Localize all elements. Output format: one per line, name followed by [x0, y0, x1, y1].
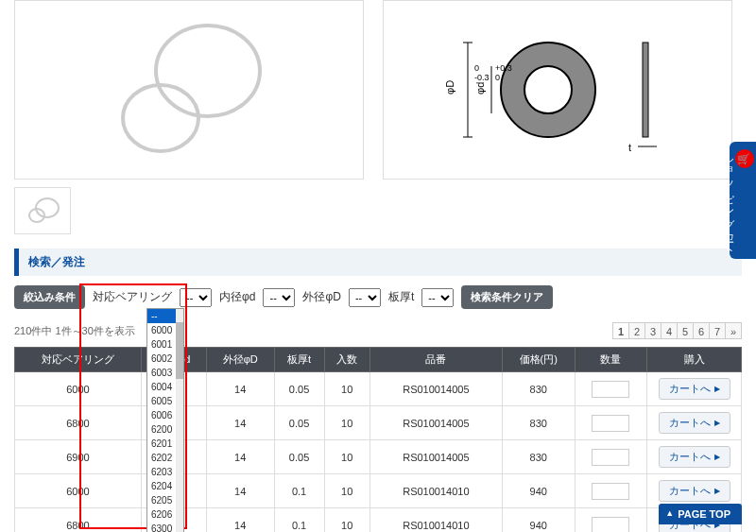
filter-label: 絞込み条件	[14, 285, 85, 309]
bearing-dropdown-open: --60006001600260036004600560066200620162…	[146, 308, 184, 532]
pager-link[interactable]: 4	[661, 322, 678, 339]
table-row: 600010140.110RS010014010940カートへ	[15, 474, 742, 508]
inner-filter-label: 内径φd	[219, 289, 255, 305]
product-thumbnail[interactable]	[14, 187, 71, 234]
svg-point-3	[524, 66, 572, 113]
bearing-select[interactable]: --	[180, 288, 212, 307]
th-buy: 購入	[647, 348, 742, 372]
svg-text:0: 0	[495, 73, 500, 82]
table-row: 690010140.0510RS010014005830カートへ	[15, 440, 742, 474]
qty-input[interactable]	[592, 517, 629, 533]
table-row: 680010140.110RS010014010940カートへ	[15, 508, 742, 533]
svg-text:φd: φd	[474, 82, 486, 94]
thick-filter-label: 板厚t	[388, 289, 414, 305]
pager-link[interactable]: 1	[612, 322, 629, 339]
svg-text:+0.3: +0.3	[495, 63, 512, 73]
pager-link[interactable]: »	[725, 322, 742, 339]
svg-text:φD: φD	[444, 80, 455, 94]
th-qty: 数量	[575, 348, 646, 372]
svg-rect-14	[643, 43, 648, 137]
svg-text:0: 0	[474, 63, 479, 73]
clear-filter-button[interactable]: 検索条件クリア	[461, 285, 553, 309]
svg-point-0	[156, 26, 260, 116]
pager-link[interactable]: 2	[628, 322, 645, 339]
bearing-filter-label: 対応ベアリング	[93, 289, 172, 305]
thick-select[interactable]: --	[421, 288, 454, 307]
th-outer: 外径φD	[206, 348, 274, 372]
th-thick: 板厚t	[274, 348, 324, 372]
qty-input[interactable]	[592, 483, 629, 500]
result-count: 210件中 1件～30件を表示	[14, 324, 135, 338]
filter-row: 絞込み条件 対応ベアリング -- 内径φd -- 外径φD -- 板厚t -- …	[0, 285, 756, 318]
dropdown-scrollbar[interactable]	[176, 309, 183, 532]
table-row: 600010140.0510RS010014005830カートへ	[15, 372, 742, 406]
add-to-cart-button[interactable]: カートへ	[659, 412, 730, 434]
th-partno: 品番	[369, 348, 502, 372]
technical-drawing: φD 0 -0.3 φd +0.3 0 t	[383, 0, 732, 180]
shopping-cart-tab[interactable]: 🛒 ショッピングカート	[730, 142, 756, 259]
inner-select[interactable]: --	[263, 288, 295, 307]
qty-input[interactable]	[592, 415, 629, 432]
product-photo	[14, 0, 364, 180]
page-top-button[interactable]: PAGE TOP	[659, 504, 742, 524]
th-bearing: 対応ベアリング	[15, 348, 142, 372]
th-qtyin: 入数	[324, 348, 369, 372]
pager-link[interactable]: 3	[644, 322, 662, 339]
pager-link[interactable]: 7	[709, 322, 726, 339]
table-row: 680010140.0510RS010014005830カートへ	[15, 406, 742, 440]
svg-text:-0.3: -0.3	[474, 73, 490, 82]
section-title: 検索／発注	[14, 249, 742, 276]
add-to-cart-button[interactable]: カートへ	[659, 378, 730, 400]
cart-icon: 🛒	[735, 149, 754, 168]
pager-link[interactable]: 5	[677, 322, 694, 339]
results-table: 対応ベアリング 内径φd 外径φD 板厚t 入数 品番 価格(円) 数量 購入 …	[14, 347, 742, 532]
add-to-cart-button[interactable]: カートへ	[659, 480, 730, 502]
outer-select[interactable]: --	[349, 288, 381, 307]
qty-input[interactable]	[592, 449, 629, 466]
add-to-cart-button[interactable]: カートへ	[659, 446, 730, 468]
pager-link[interactable]: 6	[693, 322, 710, 339]
th-price: 価格(円)	[502, 348, 575, 372]
svg-text:t: t	[628, 142, 631, 153]
svg-point-17	[36, 198, 59, 217]
pager: 1234567»	[613, 322, 742, 339]
qty-input[interactable]	[592, 381, 629, 398]
svg-point-1	[123, 85, 198, 151]
outer-filter-label: 外径φD	[302, 289, 340, 305]
